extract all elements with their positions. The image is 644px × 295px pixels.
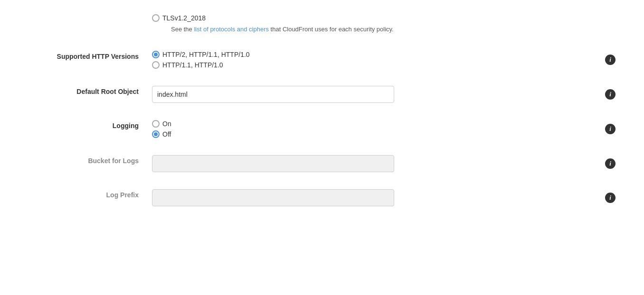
settings-page: TLSv1.2_2018 See the list of protocols a… — [0, 0, 644, 295]
http-version-radio-1[interactable] — [152, 51, 160, 58]
info-icon-http-versions[interactable]: i — [605, 55, 616, 65]
http-versions-row: Supported HTTP Versions HTTP/2, HTTP/1.1… — [0, 42, 644, 77]
http-versions-info[interactable]: i — [605, 55, 616, 65]
logging-info[interactable]: i — [605, 124, 616, 134]
http-versions-options: HTTP/2, HTTP/1.1, HTTP/1.0 HTTP/1.1, HTT… — [152, 51, 625, 69]
bucket-for-logs-row: Bucket for Logs i — [0, 147, 644, 181]
logging-radio-off[interactable] — [152, 130, 160, 138]
tls-row: TLSv1.2_2018 — [0, 9, 644, 24]
log-prefix-label: Log Prefix — [19, 189, 152, 199]
info-icon-default-root[interactable]: i — [605, 89, 616, 100]
info-icon-log-prefix[interactable]: i — [605, 193, 616, 203]
tls-option-1-label: TLSv1.2_2018 — [162, 14, 206, 22]
tls-options: TLSv1.2_2018 — [152, 14, 625, 22]
logging-option-on[interactable]: On — [152, 120, 625, 128]
tls-note-suffix: that CloudFront uses for each security p… — [269, 26, 394, 33]
logging-row: Logging On Off i — [0, 111, 644, 147]
http-version-1-label: HTTP/2, HTTP/1.1, HTTP/1.0 — [162, 51, 250, 58]
info-icon-bucket[interactable]: i — [605, 158, 616, 169]
tls-note-link[interactable]: list of protocols and ciphers — [194, 26, 269, 33]
bucket-for-logs-content — [152, 155, 625, 172]
logging-radio-on[interactable] — [152, 120, 160, 128]
tls-note: See the list of protocols and ciphers th… — [0, 24, 644, 42]
logging-off-label: Off — [162, 130, 171, 138]
logging-option-off[interactable]: Off — [152, 130, 625, 138]
http-version-option-2[interactable]: HTTP/1.1, HTTP/1.0 — [152, 61, 625, 69]
log-prefix-info[interactable]: i — [605, 193, 616, 203]
logging-on-label: On — [162, 120, 171, 128]
log-prefix-content — [152, 189, 625, 206]
http-versions-label: Supported HTTP Versions — [19, 51, 152, 60]
default-root-object-input[interactable] — [152, 86, 394, 103]
tls-note-prefix: See the — [171, 26, 194, 33]
tls-label-spacer — [19, 14, 152, 16]
log-prefix-input[interactable] — [152, 189, 394, 206]
tls-option-1[interactable]: TLSv1.2_2018 — [152, 14, 625, 22]
http-version-2-label: HTTP/1.1, HTTP/1.0 — [162, 61, 223, 69]
form-section: TLSv1.2_2018 See the list of protocols a… — [0, 9, 644, 215]
bucket-for-logs-label: Bucket for Logs — [19, 155, 152, 165]
logging-options: On Off — [152, 120, 625, 138]
default-root-object-label: Default Root Object — [19, 86, 152, 95]
bucket-for-logs-input[interactable] — [152, 155, 394, 172]
info-icon-logging[interactable]: i — [605, 124, 616, 134]
tls-radio-1[interactable] — [152, 14, 160, 22]
bucket-for-logs-info[interactable]: i — [605, 158, 616, 169]
default-root-object-row: Default Root Object i — [0, 77, 644, 111]
http-version-option-1[interactable]: HTTP/2, HTTP/1.1, HTTP/1.0 — [152, 51, 625, 58]
log-prefix-row: Log Prefix i — [0, 181, 644, 215]
default-root-object-content — [152, 86, 625, 103]
logging-label: Logging — [19, 120, 152, 129]
http-version-radio-2[interactable] — [152, 61, 160, 69]
default-root-object-info[interactable]: i — [605, 89, 616, 100]
